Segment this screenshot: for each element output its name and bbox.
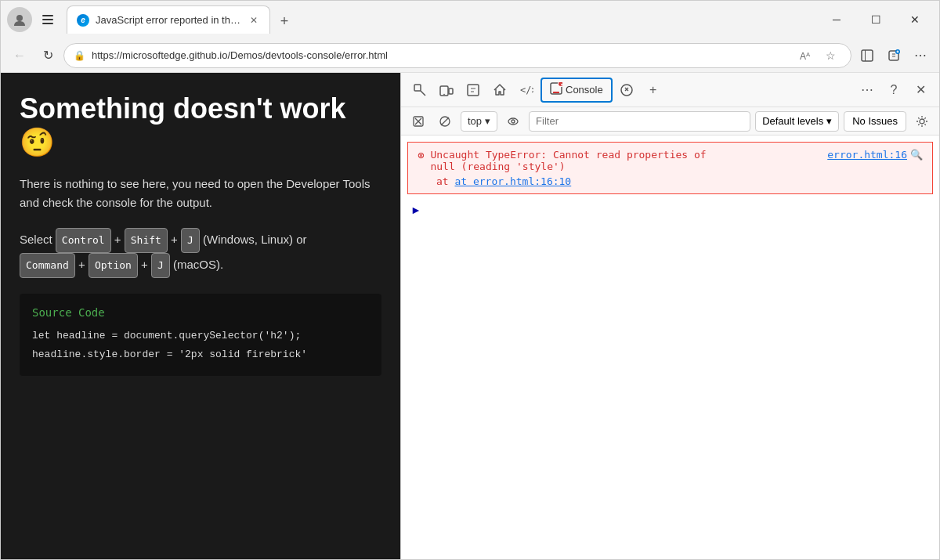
svg-point-23 — [508, 118, 518, 125]
console-icon: ✕ — [550, 82, 562, 97]
address-actions: Aᴬ ☆ — [794, 45, 841, 67]
svg-point-12 — [443, 93, 445, 95]
error-message: Uncaught TypeError: Cannot read properti… — [430, 149, 827, 172]
minimize-button[interactable]: ─ — [819, 7, 855, 32]
windows-note: (Windows, Linux) or — [203, 233, 307, 246]
svg-point-25 — [920, 119, 924, 124]
reload-button[interactable]: ↻ — [35, 43, 60, 68]
favorites-button[interactable]: ☆ — [819, 45, 841, 67]
url-text: https://microsoftedge.github.io/Demos/de… — [92, 49, 788, 61]
filter-input[interactable] — [529, 111, 750, 132]
devtools-panel: </> ✕ Console — [400, 73, 939, 559]
tab-search-button[interactable] — [855, 43, 880, 68]
code-line-2: headline.style.border = '2px solid fireb… — [32, 345, 369, 363]
svg-rect-9 — [414, 85, 421, 91]
profile-icon[interactable] — [7, 7, 32, 32]
console-tab[interactable]: ✕ Console — [540, 78, 613, 103]
console-tab-label: Console — [566, 84, 603, 96]
tab-favicon — [77, 14, 89, 27]
collections-button[interactable] — [881, 43, 906, 68]
error-stack: at at error.html:16:10 — [418, 175, 923, 187]
key-command: Command — [20, 253, 75, 278]
inspect-element-button[interactable] — [407, 78, 432, 103]
close-tab-button[interactable]: ✕ — [248, 14, 260, 27]
macos-note: (macOS). — [173, 258, 223, 271]
back-button[interactable]: ← — [7, 43, 32, 68]
content-area: Something doesn't work 🤨 There is nothin… — [1, 73, 939, 559]
more-tools-button[interactable]: + — [641, 78, 666, 103]
svg-rect-3 — [42, 23, 53, 24]
window-controls: ─ ☐ ✕ — [819, 7, 933, 32]
issues-count-label: No Issues — [852, 115, 898, 127]
error-location-link[interactable]: error.html:16 — [827, 149, 907, 161]
levels-label: Default levels — [762, 115, 823, 127]
svg-point-20 — [621, 85, 632, 96]
browser-window: JavaScript error reported in the C ✕ + ─… — [0, 0, 940, 560]
error-line1: ⊗ Uncaught TypeError: Cannot read proper… — [418, 149, 923, 172]
devtools-help-button[interactable]: ? — [881, 78, 906, 103]
key-option: Option — [89, 253, 138, 278]
sidebar-toggle[interactable] — [35, 7, 60, 32]
plus4: + — [141, 258, 151, 271]
error-stack-link[interactable]: at error.html:16:10 — [454, 175, 571, 187]
tab-title: JavaScript error reported in the C — [96, 14, 241, 26]
levels-dropdown-icon: ▾ — [826, 115, 832, 127]
console-caret[interactable]: ► — [401, 197, 939, 222]
home-button[interactable] — [487, 78, 512, 103]
svg-text:</>: </> — [520, 85, 533, 96]
search-similar-icon[interactable]: 🔍 — [910, 149, 923, 161]
issues-button[interactable] — [614, 78, 639, 103]
read-aloud-button[interactable]: Aᴬ — [794, 45, 816, 67]
svg-rect-6 — [865, 50, 866, 61]
context-selector[interactable]: top ▾ — [461, 111, 497, 132]
source-code-section: Source Code let headline = document.quer… — [20, 294, 381, 376]
select-label: Select — [20, 233, 56, 246]
page-description: There is nothing to see here, you need t… — [20, 175, 381, 212]
navigation-bar: ← ↻ 🔒 https://microsoftedge.github.io/De… — [1, 38, 939, 73]
elements-panel-button[interactable] — [461, 78, 486, 103]
key-shift: Shift — [125, 228, 168, 253]
maximize-button[interactable]: ☐ — [858, 7, 894, 32]
context-value: top — [468, 115, 482, 127]
nav-actions: ⋯ — [855, 43, 933, 68]
console-content: ⊗ Uncaught TypeError: Cannot read proper… — [401, 135, 939, 559]
svg-point-24 — [512, 120, 515, 123]
device-emulation-button[interactable] — [434, 78, 459, 103]
key-j-1: J — [181, 228, 200, 253]
svg-rect-5 — [862, 50, 873, 61]
svg-rect-2 — [42, 19, 53, 20]
new-tab-button[interactable]: + — [272, 9, 297, 34]
webpage: Something doesn't work 🤨 There is nothin… — [1, 73, 400, 559]
active-tab[interactable]: JavaScript error reported in the C ✕ — [67, 5, 270, 34]
page-heading: Something doesn't work 🤨 — [20, 92, 381, 159]
svg-text:✕: ✕ — [560, 82, 563, 87]
clear-console-button[interactable] — [407, 110, 429, 132]
code-block: let headline = document.querySelector('h… — [32, 327, 369, 363]
more-options-button[interactable]: ⋯ — [908, 43, 933, 68]
plus2: + — [171, 233, 181, 246]
devtools-more-button[interactable]: ⋯ — [855, 78, 880, 103]
plus1: + — [114, 233, 125, 246]
devtools-settings-button[interactable] — [911, 110, 933, 132]
no-issues-button[interactable]: No Issues — [844, 111, 906, 132]
error-entry: ⊗ Uncaught TypeError: Cannot read proper… — [407, 142, 933, 194]
svg-rect-16 — [553, 92, 559, 93]
svg-point-0 — [16, 15, 23, 21]
error-icon: ⊗ — [418, 149, 424, 161]
sources-panel-button[interactable]: </> — [514, 78, 539, 103]
devtools-close-button[interactable]: ✕ — [908, 78, 933, 103]
default-levels-button[interactable]: Default levels ▾ — [755, 111, 839, 132]
devtools-secondary-toolbar: top ▾ Default levels ▾ No Issues — [401, 107, 939, 135]
key-j-2: J — [151, 253, 170, 278]
address-bar[interactable]: 🔒 https://microsoftedge.github.io/Demos/… — [63, 43, 851, 68]
plus3: + — [78, 258, 89, 271]
close-button[interactable]: ✕ — [897, 7, 933, 32]
eye-button[interactable] — [502, 110, 524, 132]
no-filter-button[interactable] — [434, 110, 456, 132]
lock-icon: 🔒 — [74, 50, 85, 61]
svg-rect-11 — [449, 89, 453, 94]
title-bar: JavaScript error reported in the C ✕ + ─… — [1, 1, 939, 38]
devtools-toolbar: </> ✕ Console — [401, 73, 939, 107]
keyboard-hint: Select Control + Shift + J (Windows, Lin… — [20, 228, 381, 278]
tabs-area: JavaScript error reported in the C ✕ + — [63, 5, 815, 34]
